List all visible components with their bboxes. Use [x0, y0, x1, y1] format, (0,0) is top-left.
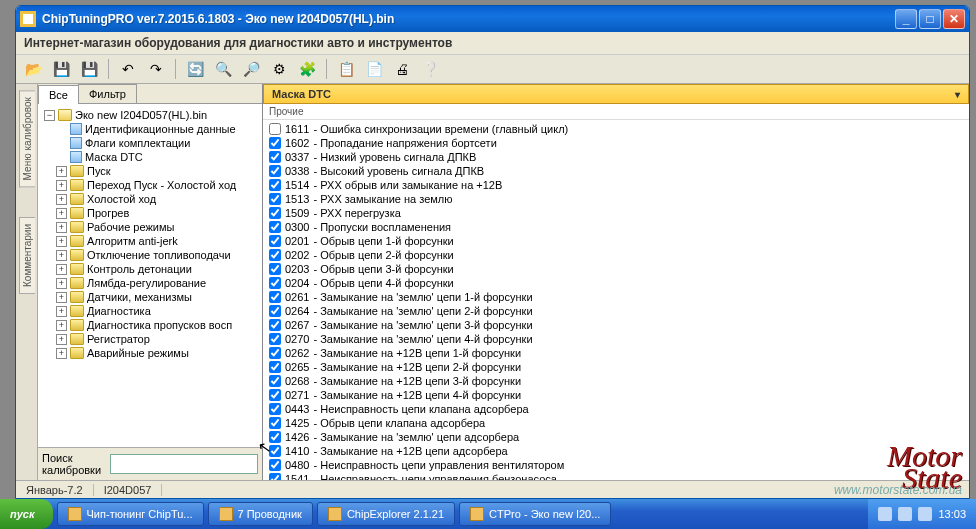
- dtc-checkbox[interactable]: [269, 137, 281, 149]
- system-tray[interactable]: 13:03: [868, 499, 976, 529]
- dtc-checkbox[interactable]: [269, 403, 281, 415]
- tree-item[interactable]: +Диагностика пропусков восп: [40, 318, 260, 332]
- dtc-row[interactable]: 0268 - Замыкание на +12В цепи 3-й форсун…: [267, 374, 965, 388]
- dtc-row[interactable]: 0271 - Замыкание на +12В цепи 4-й форсун…: [267, 388, 965, 402]
- tree-item[interactable]: +Контроль детонации: [40, 262, 260, 276]
- dtc-row[interactable]: 0267 - Замыкание на 'землю' цепи 3-й фор…: [267, 318, 965, 332]
- tree-item[interactable]: +Пуск: [40, 164, 260, 178]
- dtc-checkbox[interactable]: [269, 459, 281, 471]
- redo-button[interactable]: ↷: [145, 58, 167, 80]
- pane-header[interactable]: Маска DTC ▾: [263, 84, 969, 104]
- save-as-button[interactable]: 💾: [78, 58, 100, 80]
- print-button[interactable]: 🖨: [391, 58, 413, 80]
- dtc-row[interactable]: 0270 - Замыкание на 'землю' цепи 4-й фор…: [267, 332, 965, 346]
- sidetab-comments[interactable]: Комментарии: [19, 217, 35, 294]
- tree-expand-icon[interactable]: +: [56, 292, 67, 303]
- tree-item[interactable]: +Холостой ход: [40, 192, 260, 206]
- dtc-list[interactable]: 1611 - Ошибка синхронизации времени (гла…: [263, 120, 969, 480]
- dtc-row[interactable]: 1509 - РХХ перегрузка: [267, 206, 965, 220]
- calibration-tree[interactable]: −Эко new I204D057(HL).binИдентификационн…: [38, 104, 262, 447]
- tree-item[interactable]: Идентификационные данные: [40, 122, 260, 136]
- tree-expand-icon[interactable]: +: [56, 334, 67, 345]
- tab-filter[interactable]: Фильтр: [78, 84, 137, 103]
- tree-item[interactable]: +Лямбда-регулирование: [40, 276, 260, 290]
- dtc-checkbox[interactable]: [269, 319, 281, 331]
- tree-item[interactable]: +Алгоритм anti-jerk: [40, 234, 260, 248]
- taskbar-item[interactable]: ChipExplorer 2.1.21: [317, 502, 455, 526]
- tree-expand-icon[interactable]: +: [56, 348, 67, 359]
- tree-item[interactable]: +Отключение топливоподачи: [40, 248, 260, 262]
- zoom-out-button[interactable]: 🔎: [240, 58, 262, 80]
- tree-expand-icon[interactable]: +: [56, 306, 67, 317]
- tray-icon[interactable]: [878, 507, 892, 521]
- tree-item[interactable]: +Переход Пуск - Холостой ход: [40, 178, 260, 192]
- tree-item[interactable]: +Диагностика: [40, 304, 260, 318]
- dtc-checkbox[interactable]: [269, 193, 281, 205]
- dtc-row[interactable]: 1611 - Ошибка синхронизации времени (гла…: [267, 122, 965, 136]
- tab-all[interactable]: Все: [38, 85, 79, 104]
- copy-button[interactable]: 📋: [335, 58, 357, 80]
- dtc-row[interactable]: 0480 - Неисправность цепи управления вен…: [267, 458, 965, 472]
- tree-expand-icon[interactable]: +: [56, 208, 67, 219]
- tree-expand-icon[interactable]: +: [56, 236, 67, 247]
- dtc-checkbox[interactable]: [269, 123, 281, 135]
- dtc-row[interactable]: 0264 - Замыкание на 'землю' цепи 2-й фор…: [267, 304, 965, 318]
- clock[interactable]: 13:03: [938, 508, 966, 520]
- dtc-checkbox[interactable]: [269, 431, 281, 443]
- tool-1-button[interactable]: ⚙: [268, 58, 290, 80]
- help-button[interactable]: ❔: [419, 58, 441, 80]
- tree-expand-icon[interactable]: +: [56, 222, 67, 233]
- tree-expand-icon[interactable]: +: [56, 180, 67, 191]
- search-input[interactable]: [110, 454, 258, 474]
- dtc-checkbox[interactable]: [269, 417, 281, 429]
- dtc-checkbox[interactable]: [269, 221, 281, 233]
- undo-button[interactable]: ↶: [117, 58, 139, 80]
- start-button[interactable]: пуск: [0, 499, 53, 529]
- tree-expand-icon[interactable]: +: [56, 320, 67, 331]
- tree-expand-icon[interactable]: +: [56, 278, 67, 289]
- dtc-row[interactable]: 0202 - Обрыв цепи 2-й форсунки: [267, 248, 965, 262]
- tree-collapse-icon[interactable]: −: [44, 110, 55, 121]
- dtc-row[interactable]: 0338 - Высокий уровень сигнала ДПКВ: [267, 164, 965, 178]
- dtc-row[interactable]: 1602 - Пропадание напряжения бортсети: [267, 136, 965, 150]
- tree-item[interactable]: Маска DTC: [40, 150, 260, 164]
- taskbar-item[interactable]: 7 Проводник: [208, 502, 313, 526]
- sidetab-calibrations[interactable]: Меню калибровок: [19, 90, 35, 187]
- tree-item[interactable]: +Прогрев: [40, 206, 260, 220]
- dtc-row[interactable]: 1410 - Замыкание на +12В цепи адсорбера: [267, 444, 965, 458]
- dtc-checkbox[interactable]: [269, 305, 281, 317]
- dtc-row[interactable]: 0201 - Обрыв цепи 1-й форсунки: [267, 234, 965, 248]
- dtc-checkbox[interactable]: [269, 151, 281, 163]
- dtc-row[interactable]: 1426 - Замыкание на 'землю' цепи адсорбе…: [267, 430, 965, 444]
- dtc-row[interactable]: 0262 - Замыкание на +12В цепи 1-й форсун…: [267, 346, 965, 360]
- dtc-checkbox[interactable]: [269, 179, 281, 191]
- dtc-checkbox[interactable]: [269, 361, 281, 373]
- dtc-row[interactable]: 0337 - Низкий уровень сигнала ДПКВ: [267, 150, 965, 164]
- dtc-row[interactable]: 0261 - Замыкание на 'землю' цепи 1-й фор…: [267, 290, 965, 304]
- taskbar-item[interactable]: Чип-тюнинг ChipTu...: [57, 502, 204, 526]
- dtc-checkbox[interactable]: [269, 375, 281, 387]
- dtc-checkbox[interactable]: [269, 249, 281, 261]
- dtc-checkbox[interactable]: [269, 235, 281, 247]
- dtc-row[interactable]: 0204 - Обрыв цепи 4-й форсунки: [267, 276, 965, 290]
- paste-button[interactable]: 📄: [363, 58, 385, 80]
- maximize-button[interactable]: □: [919, 9, 941, 29]
- save-button[interactable]: 💾: [50, 58, 72, 80]
- dtc-row[interactable]: 0265 - Замыкание на +12В цепи 2-й форсун…: [267, 360, 965, 374]
- dtc-checkbox[interactable]: [269, 347, 281, 359]
- open-button[interactable]: 📂: [22, 58, 44, 80]
- dtc-checkbox[interactable]: [269, 277, 281, 289]
- tree-item[interactable]: +Аварийные режимы: [40, 346, 260, 360]
- taskbar-item[interactable]: CTPro - Эко new I20...: [459, 502, 611, 526]
- zoom-in-button[interactable]: 🔍: [212, 58, 234, 80]
- titlebar[interactable]: ChipTuningPRO ver.7.2015.6.1803 - Эко ne…: [16, 6, 969, 32]
- tool-2-button[interactable]: 🧩: [296, 58, 318, 80]
- dtc-checkbox[interactable]: [269, 333, 281, 345]
- dtc-checkbox[interactable]: [269, 389, 281, 401]
- dtc-checkbox[interactable]: [269, 263, 281, 275]
- dtc-row[interactable]: 1514 - РХХ обрыв или замыкание на +12В: [267, 178, 965, 192]
- tray-icon[interactable]: [898, 507, 912, 521]
- dtc-checkbox[interactable]: [269, 165, 281, 177]
- close-button[interactable]: ✕: [943, 9, 965, 29]
- minimize-button[interactable]: _: [895, 9, 917, 29]
